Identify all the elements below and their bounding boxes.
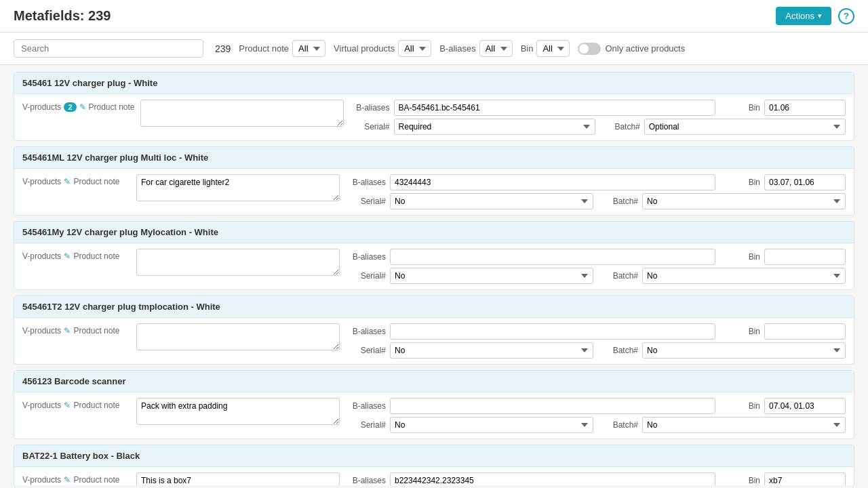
note-textarea[interactable] [136,472,340,485]
product-note-label: Product note [73,177,119,186]
edit-icon[interactable]: ✎ [64,177,71,186]
b-aliases-select[interactable]: All [479,40,513,57]
b-aliases-field-label: B-aliases [349,103,390,113]
fields-right: B-aliasesBinSerial#NoRequiredOptionalBat… [345,398,846,433]
top-field-row: B-aliasesBin [345,398,846,414]
virtual-products-select[interactable]: All [398,40,431,57]
product-header: 545461T2 12V charger plug tmplocation - … [14,296,854,318]
batch-field-label: Batch# [597,346,638,355]
help-icon[interactable]: ? [838,8,854,24]
product-note-select[interactable]: All [292,40,326,57]
serial-field-label: Serial# [345,197,386,206]
product-meta-left: V-products✎Product note [22,323,131,336]
bin-input[interactable] [764,174,846,190]
note-textarea[interactable] [136,323,340,350]
b-aliases-input[interactable] [390,249,715,265]
b-aliases-field-label: B-aliases [345,476,386,485]
b-aliases-input[interactable] [390,323,715,340]
b-aliases-filter: B-aliases All [439,40,512,57]
bin-input[interactable] [764,398,846,414]
edit-icon[interactable]: ✎ [79,102,86,112]
page-header: Metafields: 239 Actions ? [0,0,868,33]
serial-select[interactable]: NoRequiredOptional [390,193,593,209]
v-products-label: V-products [22,475,61,485]
batch-field-label: Batch# [597,271,638,281]
product-meta-left: V-products✎Product note [22,174,131,186]
note-textarea[interactable] [140,100,344,127]
b-aliases-input[interactable] [390,472,715,485]
b-aliases-input[interactable] [390,398,715,414]
batch-field-label: Batch# [599,122,640,131]
bin-input[interactable] [764,323,846,340]
serial-select[interactable]: NoRequiredOptional [390,268,593,284]
bin-field-label: Bin [719,103,760,113]
bin-field-label: Bin [719,327,760,336]
v-products-label: V-products [22,102,61,112]
product-header: 545461ML 12V charger plug Multi loc - Wh… [14,147,854,169]
v-products-badge: 2 [64,102,76,112]
batch-select[interactable]: NoRequiredOptional [642,268,846,284]
edit-icon[interactable]: ✎ [64,475,71,485]
product-body: V-products✎Product noteB-aliasesBinSeria… [14,243,854,289]
product-note-label: Product note [239,43,289,54]
virtual-products-label: Virtual products [334,43,395,54]
product-note-label: Product note [89,102,135,112]
note-area [136,249,340,278]
product-note-label: Product note [73,251,119,261]
batch-field-label: Batch# [597,420,638,430]
bin-input[interactable] [764,472,846,485]
note-textarea[interactable] [136,398,340,425]
product-row: V-products✎Product noteB-aliasesBinSeria… [22,398,846,433]
serial-field-label: Serial# [345,271,386,281]
products-list: 545461 12V charger plug - WhiteV-product… [0,65,868,485]
edit-icon[interactable]: ✎ [64,401,71,410]
b-aliases-field-label: B-aliases [345,401,386,411]
product-row: V-products✎Product noteB-aliasesBinSeria… [22,323,846,359]
search-input[interactable] [14,39,203,58]
toolbar: 239 Product note All Virtual products Al… [0,33,868,65]
batch-select[interactable]: NoRequiredOptional [642,417,846,433]
product-note-label: Product note [73,401,119,410]
serial-select[interactable]: NoRequiredOptional [390,342,593,359]
product-group: 456123 Barcode scannerV-products✎Product… [14,370,854,439]
b-aliases-input[interactable] [394,100,715,116]
serial-select[interactable]: NoRequiredOptional [394,119,595,135]
fields-right: B-aliasesBinSerial#NoRequiredOptionalBat… [345,472,846,485]
note-area [136,398,340,427]
edit-icon[interactable]: ✎ [64,326,71,336]
bin-select[interactable]: All [536,40,570,57]
serial-field-label: Serial# [349,122,390,131]
active-products-toggle[interactable] [578,43,601,55]
fields-right: B-aliasesBinSerial#NoRequiredOptionalBat… [349,100,846,135]
note-area [140,100,344,129]
batch-select[interactable]: NoRequiredOptional [642,342,846,359]
toggle-knob [579,44,589,54]
product-group: BAT22-1 Battery box - BlackV-products✎Pr… [14,445,854,485]
product-group: 545461ML 12V charger plug Multi loc - Wh… [14,146,854,216]
product-header: BAT22-1 Battery box - Black [14,445,854,467]
active-products-toggle-group: Only active products [578,43,685,55]
bottom-field-row: Serial#NoRequiredOptionalBatch#NoRequire… [345,342,846,359]
bin-input[interactable] [764,249,846,265]
batch-select[interactable]: NoRequiredOptional [644,119,846,135]
fields-right: B-aliasesBinSerial#NoRequiredOptionalBat… [345,323,846,359]
bin-input[interactable] [764,100,846,116]
v-products-label: V-products [22,401,61,410]
product-group: 545461 12V charger plug - WhiteV-product… [14,72,854,141]
note-textarea[interactable] [136,174,340,201]
batch-select[interactable]: NoRequiredOptional [642,193,846,209]
actions-button[interactable]: Actions [776,7,831,25]
bin-filter: Bin All [521,40,570,57]
edit-icon[interactable]: ✎ [64,251,71,261]
product-header: 545461 12V charger plug - White [14,73,854,94]
batch-field-label: Batch# [597,197,638,206]
v-products-label: V-products [22,251,61,261]
bottom-field-row: Serial#NoRequiredOptionalBatch#NoRequire… [345,268,846,284]
note-textarea[interactable] [136,249,340,276]
page-title: Metafields: 239 [14,8,111,24]
b-aliases-input[interactable] [390,174,715,190]
product-note-label: Product note [73,326,119,336]
note-area [136,174,340,203]
product-row: V-products✎Product noteB-aliasesBinSeria… [22,249,846,284]
serial-select[interactable]: NoRequiredOptional [390,417,593,433]
